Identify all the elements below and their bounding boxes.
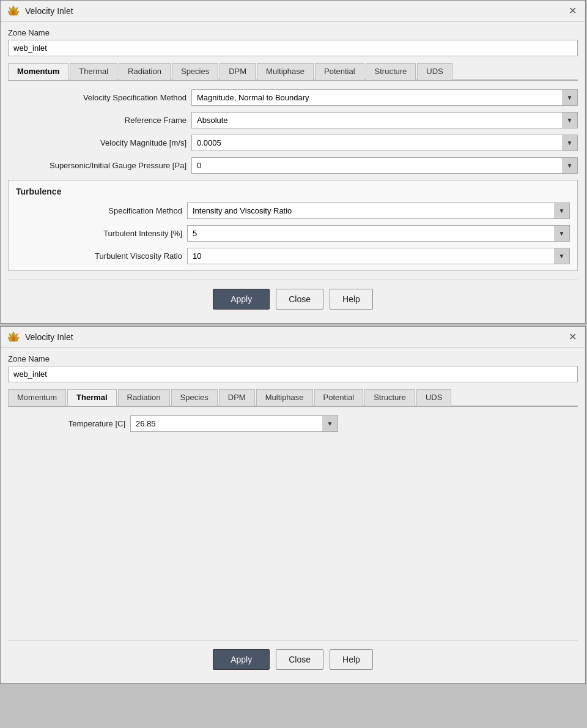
supersonic-row: Supersonic/Initial Gauge Pressure [Pa] ▼ bbox=[8, 157, 578, 174]
velocity-magnitude-arrow[interactable]: ▼ bbox=[562, 135, 578, 151]
velocity-spec-label: Velocity Specification Method bbox=[8, 93, 191, 102]
title-bar-2: Velocity Inlet ✕ bbox=[1, 327, 585, 348]
app-icon-1 bbox=[7, 4, 20, 18]
velocity-magnitude-row: Velocity Magnitude [m/s] ▼ bbox=[8, 135, 578, 151]
supersonic-input[interactable] bbox=[191, 157, 578, 174]
temperature-row: Temperature [C] ▼ bbox=[8, 415, 578, 432]
tab-momentum-2[interactable]: Momentum bbox=[8, 389, 66, 406]
turbulent-intensity-wrapper: ▼ bbox=[187, 225, 570, 242]
spec-method-row: Specification Method ▼ bbox=[16, 202, 570, 219]
turbulent-viscosity-label: Turbulent Viscosity Ratio bbox=[16, 251, 187, 261]
supersonic-label: Supersonic/Initial Gauge Pressure [Pa] bbox=[8, 161, 191, 170]
dialog-title-1: Velocity Inlet bbox=[25, 6, 73, 16]
supersonic-wrapper: ▼ bbox=[191, 157, 578, 174]
spec-method-input[interactable] bbox=[187, 202, 570, 219]
temperature-input[interactable] bbox=[130, 415, 338, 432]
spec-method-label: Specification Method bbox=[16, 206, 187, 215]
tabs-2: Momentum Thermal Radiation Species DPM M… bbox=[8, 388, 578, 407]
help-button-2[interactable]: Help bbox=[330, 649, 373, 670]
tab-uds-1[interactable]: UDS bbox=[417, 63, 452, 80]
button-row-2: Apply Close Help bbox=[8, 640, 578, 677]
title-bar-left-1: Velocity Inlet bbox=[7, 4, 73, 18]
dialog-title-2: Velocity Inlet bbox=[25, 332, 73, 342]
zone-name-input-2[interactable] bbox=[8, 366, 578, 382]
dialog-velocity-inlet-1: Velocity Inlet ✕ Zone Name Momentum Ther… bbox=[0, 0, 586, 324]
tab-structure-1[interactable]: Structure bbox=[366, 63, 416, 80]
reference-frame-label: Reference Frame bbox=[8, 116, 191, 125]
velocity-magnitude-label: Velocity Magnitude [m/s] bbox=[8, 138, 191, 147]
close-button-1[interactable]: ✕ bbox=[566, 5, 579, 17]
title-bar-1: Velocity Inlet ✕ bbox=[1, 1, 585, 22]
tab-dpm-1[interactable]: DPM bbox=[220, 63, 256, 80]
apply-button-1[interactable]: Apply bbox=[213, 289, 270, 310]
zone-name-label-2: Zone Name bbox=[8, 354, 578, 363]
button-row-1: Apply Close Help bbox=[8, 280, 578, 317]
turbulence-title: Turbulence bbox=[16, 187, 570, 196]
close-dialog-button-1[interactable]: Close bbox=[276, 289, 323, 310]
turbulent-viscosity-arrow[interactable]: ▼ bbox=[554, 248, 570, 264]
dialog-body-1: Zone Name Momentum Thermal Radiation Spe… bbox=[1, 22, 585, 323]
velocity-magnitude-input[interactable] bbox=[191, 135, 578, 151]
title-bar-left-2: Velocity Inlet bbox=[7, 330, 73, 344]
tab-momentum-1[interactable]: Momentum bbox=[8, 63, 68, 80]
close-button-2[interactable]: ✕ bbox=[566, 331, 579, 343]
velocity-spec-input[interactable] bbox=[191, 89, 578, 106]
reference-frame-arrow[interactable]: ▼ bbox=[562, 112, 578, 128]
velocity-spec-row: Velocity Specification Method ▼ bbox=[8, 89, 578, 106]
tab-dpm-2[interactable]: DPM bbox=[219, 389, 255, 406]
turbulent-intensity-arrow[interactable]: ▼ bbox=[554, 225, 570, 242]
svg-point-3 bbox=[12, 336, 15, 341]
turbulent-viscosity-wrapper: ▼ bbox=[187, 248, 570, 264]
tabs-1: Momentum Thermal Radiation Species DPM M… bbox=[8, 62, 578, 81]
tab-potential-2[interactable]: Potential bbox=[314, 389, 364, 406]
tab-radiation-2[interactable]: Radiation bbox=[118, 389, 170, 406]
temperature-wrapper: ▼ bbox=[130, 415, 338, 432]
tab-potential-1[interactable]: Potential bbox=[315, 63, 364, 80]
tab-thermal-1[interactable]: Thermal bbox=[70, 63, 117, 80]
tab-radiation-1[interactable]: Radiation bbox=[119, 63, 171, 80]
turbulent-intensity-input[interactable] bbox=[187, 225, 570, 242]
tab-uds-2[interactable]: UDS bbox=[416, 389, 451, 406]
velocity-spec-arrow[interactable]: ▼ bbox=[562, 89, 578, 106]
tab-structure-2[interactable]: Structure bbox=[364, 389, 415, 406]
empty-space-2 bbox=[8, 438, 578, 634]
temperature-label: Temperature [C] bbox=[8, 419, 130, 428]
velocity-magnitude-wrapper: ▼ bbox=[191, 135, 578, 151]
tab-multiphase-1[interactable]: Multiphase bbox=[257, 63, 314, 80]
app-icon-2 bbox=[7, 330, 20, 344]
close-dialog-button-2[interactable]: Close bbox=[276, 649, 323, 670]
tab-multiphase-2[interactable]: Multiphase bbox=[256, 389, 313, 406]
svg-point-1 bbox=[12, 10, 15, 15]
dialog-velocity-inlet-2: Velocity Inlet ✕ Zone Name Momentum Ther… bbox=[0, 326, 586, 684]
temperature-arrow[interactable]: ▼ bbox=[322, 415, 338, 432]
apply-button-2[interactable]: Apply bbox=[213, 649, 270, 670]
turbulent-intensity-label: Turbulent Intensity [%] bbox=[16, 229, 187, 238]
turbulent-viscosity-row: Turbulent Viscosity Ratio ▼ bbox=[16, 248, 570, 264]
turbulence-section: Turbulence Specification Method ▼ Turbul… bbox=[8, 180, 578, 271]
tab-species-2[interactable]: Species bbox=[171, 389, 218, 406]
reference-frame-wrapper: ▼ bbox=[191, 112, 578, 128]
spec-method-arrow[interactable]: ▼ bbox=[554, 202, 570, 219]
reference-frame-row: Reference Frame ▼ bbox=[8, 112, 578, 128]
turbulent-intensity-row: Turbulent Intensity [%] ▼ bbox=[16, 225, 570, 242]
dialog-body-2: Zone Name Momentum Thermal Radiation Spe… bbox=[1, 348, 585, 683]
reference-frame-input[interactable] bbox=[191, 112, 578, 128]
velocity-spec-wrapper: ▼ bbox=[191, 89, 578, 106]
tab-species-1[interactable]: Species bbox=[172, 63, 218, 80]
supersonic-arrow[interactable]: ▼ bbox=[562, 157, 578, 174]
zone-name-label-1: Zone Name bbox=[8, 28, 578, 37]
help-button-1[interactable]: Help bbox=[330, 289, 373, 310]
turbulent-viscosity-input[interactable] bbox=[187, 248, 570, 264]
spec-method-wrapper: ▼ bbox=[187, 202, 570, 219]
tab-thermal-2[interactable]: Thermal bbox=[67, 389, 117, 406]
zone-name-input-1[interactable] bbox=[8, 40, 578, 56]
